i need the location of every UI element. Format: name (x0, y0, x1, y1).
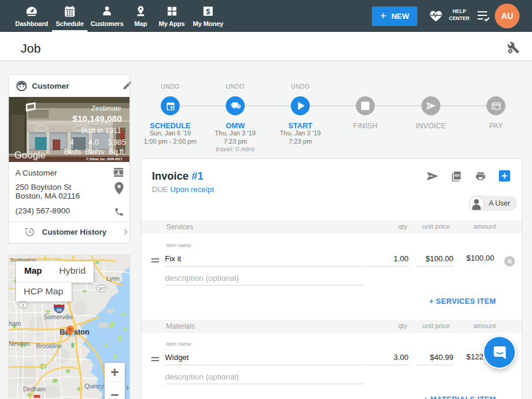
svg-text:2: 2 (22, 303, 24, 307)
svg-text:ham: ham (9, 320, 21, 327)
svg-text:107: 107 (98, 287, 105, 291)
svg-text:4.0: 4.0 (89, 138, 99, 147)
svg-text:Newton: Newton (9, 340, 30, 347)
svg-text:Lynn: Lynn (106, 275, 120, 282)
svg-text:Hi: Hi (126, 385, 130, 391)
svg-text:ston: ston (74, 328, 89, 336)
svg-text:Baths: Baths (85, 148, 104, 156)
svg-text:Dedham: Dedham (23, 386, 46, 392)
svg-text:$10,149,080: $10,149,080 (73, 113, 122, 124)
svg-text:Built in 1911: Built in 1911 (81, 126, 121, 135)
svg-text:Brookline: Brookline (36, 342, 62, 349)
svg-text:© Zillow, Inc. 2006-2017: © Zillow, Inc. 2006-2017 (86, 157, 122, 161)
svg-text:Zestimate: Zestimate (92, 105, 122, 112)
svg-text:Quincy: Quincy (85, 382, 104, 390)
svg-text:PDF: PDF (455, 174, 460, 177)
svg-text:$: $ (206, 8, 210, 16)
svg-text:3,985: 3,985 (108, 138, 126, 147)
svg-text:93: 93 (57, 307, 61, 313)
svg-text:4: 4 (70, 138, 74, 147)
svg-text:Beds: Beds (64, 148, 82, 156)
svg-text:Google: Google (14, 150, 46, 160)
svg-text:Somerville: Somerville (44, 313, 73, 320)
svg-text:Sq.ft.: Sq.ft. (109, 148, 126, 156)
